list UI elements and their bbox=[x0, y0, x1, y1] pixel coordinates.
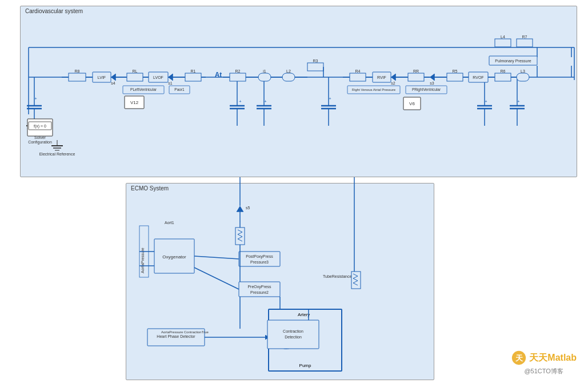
venous-label: Venous bbox=[300, 324, 315, 329]
cardio-title: Cardiovascular system bbox=[25, 8, 83, 14]
watermark-logo: 天 天天Matlab bbox=[511, 350, 577, 366]
pump-label: Pump bbox=[299, 363, 311, 368]
svg-text:天: 天 bbox=[515, 354, 523, 362]
pump-box: Artery Venous Pump bbox=[268, 309, 342, 372]
ecmo-title: ECMO System bbox=[131, 185, 169, 191]
main-container: Cardiovascular system ECMO System Artery… bbox=[0, 0, 588, 387]
cardiovascular-system-box: Cardiovascular system bbox=[20, 6, 577, 177]
watermark: 天 天天Matlab @51CTO博客 bbox=[511, 350, 577, 376]
watermark-sub-text: @51CTO博客 bbox=[524, 367, 563, 376]
watermark-brand-icon: 天 bbox=[511, 350, 527, 366]
artery-label: Artery bbox=[298, 312, 310, 317]
watermark-brand-text: 天天Matlab bbox=[529, 352, 577, 364]
